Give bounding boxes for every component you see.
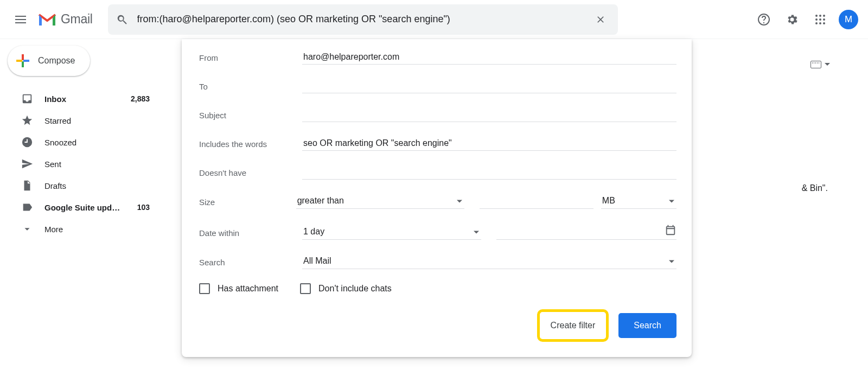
doesnt-have-label: Doesn't have: [199, 168, 302, 180]
svg-point-10: [823, 22, 825, 24]
svg-point-5: [815, 18, 818, 21]
checkbox-icon: [199, 283, 210, 294]
size-unit-select[interactable]: MB: [601, 194, 676, 209]
date-range-select[interactable]: 1 day: [302, 225, 481, 240]
create-filter-button[interactable]: Create filter: [542, 314, 604, 337]
calendar-icon[interactable]: [665, 224, 676, 236]
app-header: Gmail M: [0, 0, 868, 39]
svg-point-4: [823, 15, 825, 17]
sidebar-nav: Inbox 2,883 Starred Snoozed Sent Drafts: [5, 88, 157, 240]
size-label: Size: [199, 197, 296, 209]
keyboard-icon: [810, 61, 821, 68]
sidebar-item-label: Drafts: [44, 181, 150, 190]
create-filter-highlight: Create filter: [537, 309, 609, 342]
from-label: From: [199, 53, 302, 65]
svg-rect-12: [22, 61, 24, 67]
svg-point-9: [819, 22, 821, 24]
to-label: To: [199, 82, 302, 93]
date-within-label: Date within: [199, 228, 302, 240]
search-filter-panel: From To Subject Includes the words Doesn…: [182, 39, 692, 357]
filter-actions: Create filter Search: [199, 309, 676, 342]
sidebar-item-sent[interactable]: Sent: [5, 153, 157, 175]
exclude-chats-checkbox[interactable]: Don't include chats: [300, 283, 392, 294]
filter-row-doesnt-have: Doesn't have: [199, 165, 676, 180]
subject-label: Subject: [199, 111, 302, 122]
gear-icon: [786, 13, 799, 26]
account-avatar[interactable]: M: [839, 10, 858, 29]
filter-row-search: Search All Mail: [199, 254, 676, 269]
sidebar-item-label: Starred: [44, 116, 150, 125]
sidebar-item-label: Google Suite upd…: [44, 203, 137, 212]
settings-button[interactable]: [780, 8, 804, 31]
sidebar-item-count: 103: [137, 203, 150, 212]
search-scope-select[interactable]: All Mail: [302, 254, 676, 269]
sidebar-item-count: 2,883: [131, 94, 150, 103]
to-input[interactable]: [302, 79, 676, 93]
label-icon: [21, 201, 34, 214]
filter-row-from: From: [199, 50, 676, 65]
filter-row-date: Date within 1 day: [199, 223, 676, 240]
sidebar-item-label: Inbox: [44, 94, 131, 104]
apps-button[interactable]: [808, 8, 832, 31]
svg-point-2: [815, 15, 818, 17]
size-operator-select[interactable]: greater than: [296, 194, 464, 209]
size-value-input[interactable]: [480, 194, 593, 209]
clear-search-button[interactable]: [590, 9, 611, 30]
sidebar: Compose Inbox 2,883 Starred Snoozed Sent: [0, 39, 163, 376]
svg-rect-0: [39, 24, 42, 26]
inbox-icon: [21, 92, 34, 105]
date-input[interactable]: [496, 223, 665, 237]
compose-button[interactable]: Compose: [8, 46, 90, 76]
help-icon: [757, 13, 770, 26]
sidebar-item-snoozed[interactable]: Snoozed: [5, 131, 157, 153]
apps-grid-icon: [815, 14, 826, 25]
input-tools-toggle[interactable]: [810, 61, 830, 68]
send-icon: [21, 157, 34, 170]
sidebar-item-label: Snoozed: [44, 138, 150, 147]
subject-input[interactable]: [302, 107, 676, 122]
search-icon[interactable]: [114, 12, 130, 27]
background-text-fragment: & Bin".: [802, 183, 828, 193]
doesnt-have-input[interactable]: [302, 165, 676, 180]
svg-rect-14: [23, 60, 29, 62]
filter-row-subject: Subject: [199, 107, 676, 122]
svg-rect-13: [16, 60, 22, 62]
sidebar-item-label: Sent: [44, 160, 150, 169]
clock-icon: [21, 136, 34, 149]
svg-point-8: [815, 22, 818, 24]
svg-rect-11: [22, 54, 24, 60]
gmail-logo[interactable]: Gmail: [38, 12, 93, 27]
sidebar-item-label-google-suite[interactable]: Google Suite upd… 103: [5, 196, 157, 218]
header-actions: M: [752, 8, 858, 31]
from-input[interactable]: [302, 50, 676, 65]
svg-point-6: [819, 18, 821, 21]
chevron-down-icon: [21, 222, 34, 235]
checkbox-icon: [300, 283, 311, 294]
search-button[interactable]: Search: [618, 313, 676, 338]
has-attachment-checkbox[interactable]: Has attachment: [199, 283, 278, 294]
sidebar-item-drafts[interactable]: Drafts: [5, 175, 157, 196]
includes-label: Includes the words: [199, 139, 302, 151]
sidebar-item-more[interactable]: More: [5, 218, 157, 240]
star-icon: [21, 114, 34, 127]
filter-checkboxes: Has attachment Don't include chats: [199, 283, 676, 294]
close-icon: [595, 14, 606, 25]
filter-row-size: Size greater than MB: [199, 194, 676, 209]
main-menu-button[interactable]: [8, 7, 34, 33]
plus-icon: [15, 53, 30, 68]
svg-point-7: [823, 18, 825, 21]
gmail-logo-text: Gmail: [61, 12, 93, 27]
file-icon: [21, 179, 34, 192]
has-attachment-label: Has attachment: [218, 284, 278, 294]
sidebar-item-inbox[interactable]: Inbox 2,883: [5, 88, 157, 110]
support-button[interactable]: [752, 8, 776, 31]
search-scope-label: Search: [199, 258, 302, 269]
date-input-wrap: [496, 223, 676, 240]
search-input[interactable]: [130, 14, 590, 25]
hamburger-icon: [15, 16, 26, 23]
sidebar-item-starred[interactable]: Starred: [5, 110, 157, 131]
includes-input[interactable]: [302, 136, 676, 151]
svg-point-3: [819, 15, 821, 17]
filter-row-to: To: [199, 79, 676, 93]
gmail-logo-icon: [38, 12, 56, 27]
